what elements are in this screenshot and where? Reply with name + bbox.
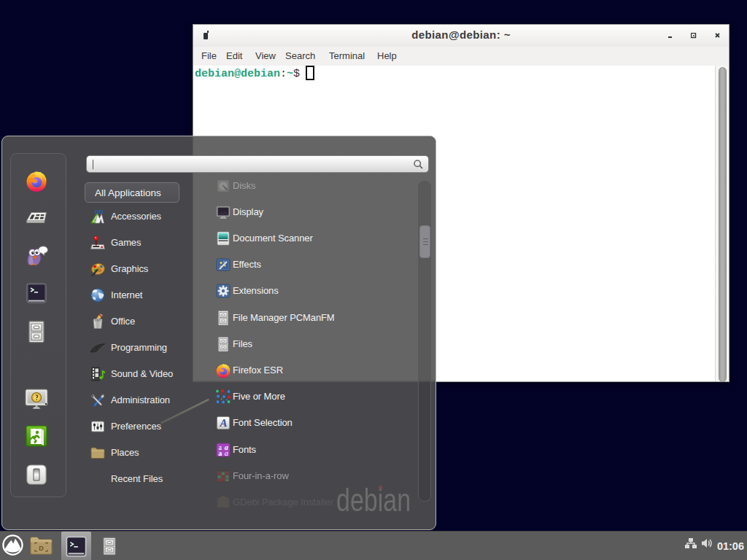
svg-text:a: a [218,449,222,457]
svg-text:a: a [225,449,228,457]
svg-text:A: A [219,417,227,429]
svg-text:D: D [39,545,44,552]
